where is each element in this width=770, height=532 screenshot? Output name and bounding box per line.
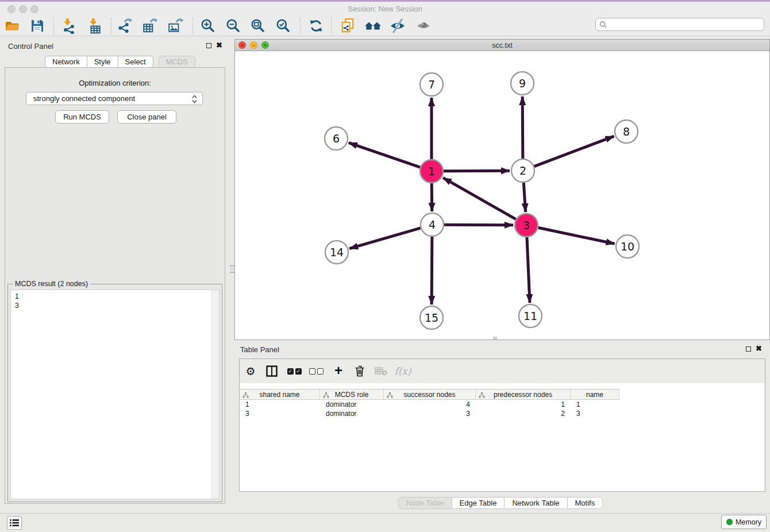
memory-button[interactable]: Memory: [721, 515, 767, 529]
zoom-out-icon[interactable]: [224, 17, 243, 35]
network-window-titlebar[interactable]: × − + scc.txt: [235, 40, 769, 51]
import-table-icon[interactable]: [85, 17, 105, 35]
export-table-icon[interactable]: [140, 17, 160, 35]
home-icon[interactable]: [363, 17, 383, 35]
import-network-icon[interactable]: [59, 17, 79, 35]
task-history-button[interactable]: [7, 516, 22, 530]
table-tabs: Node TableEdge TableNetwork TableMotifs: [398, 497, 603, 509]
table-cell[interactable]: 3: [571, 409, 619, 418]
network-scroll-grip[interactable]: [493, 337, 497, 340]
graph-edge-1-2[interactable]: [444, 171, 510, 171]
delete-column-icon[interactable]: [350, 359, 369, 383]
save-session-icon[interactable]: [28, 17, 47, 35]
graph-node-label-7: 7: [428, 78, 435, 91]
table-cell[interactable]: 3: [240, 409, 320, 418]
run-mcds-button[interactable]: Run MCDS: [55, 110, 109, 124]
column-header-successor-nodes[interactable]: successor nodes: [384, 389, 476, 400]
graph-node-label-3: 3: [523, 219, 530, 232]
toolbar-separator: [53, 18, 54, 34]
table-cell[interactable]: 1: [476, 400, 571, 409]
table-rows: 1dominator4113dominator323: [240, 400, 619, 418]
column-header-predecessor-nodes[interactable]: predecessor nodes: [476, 389, 571, 400]
graph-edge-2-3[interactable]: [523, 183, 525, 212]
criterion-dropdown-value: strongly connected component: [33, 94, 135, 103]
deselect-all-icon[interactable]: [306, 359, 326, 383]
panel-splitter-grip[interactable]: [230, 265, 234, 273]
function-builder-icon: f(x): [393, 359, 413, 383]
graph-edge-2-9[interactable]: [522, 97, 523, 159]
graph-edge-4-14[interactable]: [349, 228, 421, 249]
graph-edge-4-15[interactable]: [432, 237, 432, 304]
mcds-pane: Optimization criterion: strongly connect…: [5, 67, 225, 504]
select-all-icon[interactable]: ✓✓: [284, 359, 304, 383]
close-panel-button[interactable]: Close panel: [117, 110, 176, 124]
mcds-result-item[interactable]: 1: [15, 292, 19, 301]
graph-node-label-8: 8: [623, 125, 630, 138]
graph-node-label-6: 6: [333, 132, 340, 145]
toolbar-separator: [300, 18, 301, 34]
graph-edge-3-10[interactable]: [538, 228, 615, 244]
table-cell[interactable]: 1: [571, 400, 619, 409]
duplicate-network-icon[interactable]: [338, 17, 357, 35]
graph-edge-1-6[interactable]: [349, 142, 420, 167]
graph-node-label-10: 10: [621, 240, 634, 253]
tab-motifs[interactable]: Motifs: [567, 497, 603, 509]
table-cell[interactable]: 3: [384, 409, 476, 418]
refresh-view-icon[interactable]: [306, 17, 326, 35]
export-image-icon[interactable]: [165, 17, 185, 35]
zoom-selected-icon[interactable]: [274, 17, 293, 35]
hide-graphics-details-icon[interactable]: [388, 17, 407, 35]
graph-edge-4-3[interactable]: [444, 225, 513, 225]
column-header-name[interactable]: name: [571, 389, 619, 400]
float-table-panel-icon[interactable]: [746, 346, 751, 352]
zoom-fit-icon[interactable]: [248, 17, 268, 35]
list-icon: [10, 519, 19, 527]
criterion-dropdown[interactable]: strongly connected component: [26, 92, 203, 105]
table-cell[interactable]: 4: [384, 400, 476, 409]
table-cell[interactable]: dominator: [320, 409, 384, 418]
close-panel-icon[interactable]: ✖: [216, 43, 222, 48]
column-header-MCDS-role[interactable]: MCDS role: [320, 389, 384, 400]
graph-node-label-14: 14: [330, 246, 344, 259]
search-input[interactable]: [607, 18, 764, 30]
tab-edge-table[interactable]: Edge Table: [452, 497, 505, 509]
tab-node-table[interactable]: Node Table: [398, 497, 452, 509]
toolbar-separator: [331, 18, 332, 34]
float-panel-icon[interactable]: [206, 43, 211, 48]
table-row[interactable]: 3dominator323: [240, 409, 619, 418]
zoom-in-icon[interactable]: [198, 17, 218, 35]
result-scrollbar[interactable]: [211, 290, 219, 499]
control-tab-network[interactable]: Network: [45, 56, 87, 68]
add-column-icon[interactable]: +: [329, 359, 348, 383]
app-title: Session: New Session: [0, 5, 770, 13]
table-cell[interactable]: 2: [476, 409, 571, 418]
show-graphics-details-icon[interactable]: [414, 17, 433, 35]
graph-node-label-9: 9: [519, 77, 526, 90]
delete-table-icon: [371, 359, 391, 383]
table-settings-icon[interactable]: ⚙: [241, 359, 260, 383]
table-header-row: shared nameMCDS rolesuccessor nodesprede…: [240, 389, 619, 400]
graph-edge-1-4[interactable]: [432, 183, 432, 211]
control-tab-style[interactable]: Style: [87, 56, 118, 68]
control-panel-title: Control Panel: [8, 42, 53, 51]
graph-edge-2-8[interactable]: [534, 136, 614, 166]
table-cell[interactable]: dominator: [320, 400, 384, 409]
export-network-icon[interactable]: [116, 17, 135, 35]
panel-mode-icon[interactable]: [262, 359, 282, 383]
mcds-result-item[interactable]: 3: [15, 301, 19, 310]
tab-network-table[interactable]: Network Table: [504, 497, 567, 509]
open-file-icon[interactable]: [3, 17, 22, 35]
network-canvas[interactable]: 7968124314101511: [235, 51, 769, 340]
table-row[interactable]: 1dominator411: [240, 400, 619, 409]
control-tab-select[interactable]: Select: [118, 56, 153, 68]
graph-edge-3-1[interactable]: [443, 178, 516, 219]
network-window-title: scc.txt: [235, 41, 769, 49]
table-cell[interactable]: 1: [240, 400, 320, 409]
mcds-result-list[interactable]: 13: [10, 290, 220, 499]
close-table-panel-icon[interactable]: ✖: [756, 346, 762, 352]
control-tab-mcds[interactable]: MCDS: [159, 56, 195, 68]
graph-edge-3-11[interactable]: [527, 237, 530, 303]
search-field[interactable]: [595, 18, 764, 31]
column-header-shared-name[interactable]: shared name: [240, 389, 320, 400]
chevron-updown-icon: [192, 95, 197, 103]
